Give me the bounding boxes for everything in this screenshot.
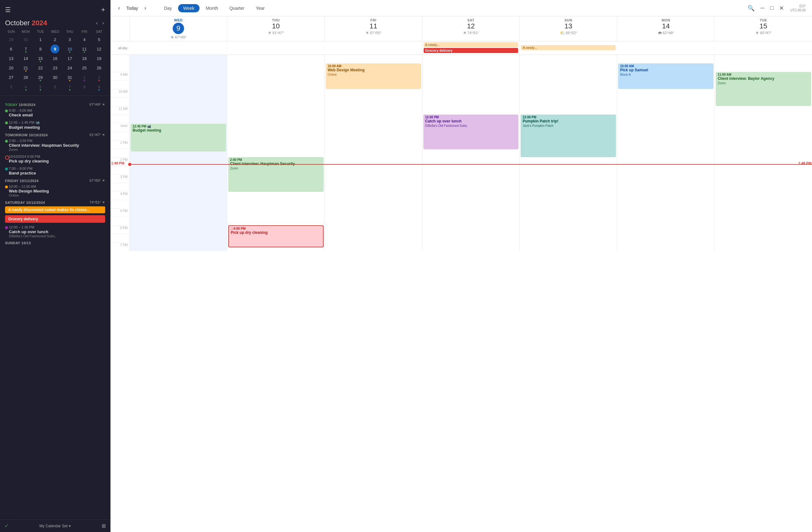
list-item[interactable]: 12:00 – 1:30 PM Catch up over lunch DiBe…	[5, 225, 105, 238]
mini-cal-day[interactable]: 30	[20, 35, 32, 44]
mini-cal-day[interactable]: 15	[35, 54, 46, 63]
allday-cell-sun: A newly...	[519, 44, 617, 52]
mini-cal-day[interactable]: 28	[20, 73, 32, 82]
sidebar-divider	[0, 95, 110, 95]
day-header-sat: SAT 12 ☀74°/51°	[422, 16, 520, 41]
grocery-event-bar[interactable]: Grocery delivery	[5, 215, 105, 223]
pick-up-dry-cleaning-event[interactable]: □ 6:00 PM Pick up dry cleaning	[228, 225, 323, 247]
mini-cal-today[interactable]: 9	[50, 44, 59, 53]
list-item[interactable]: 10/10/2024 6:00 PM Pick up dry cleaning	[5, 154, 105, 163]
pick-up-samuel-event[interactable]: 10:00 AM Pick up Samuel Block A	[618, 63, 713, 89]
mini-cal-day[interactable]: 27	[5, 73, 17, 82]
tab-quarter[interactable]: Quarter	[224, 4, 249, 12]
prev-week-button[interactable]: ‹	[117, 3, 121, 13]
mini-cal-day[interactable]: 16	[49, 54, 61, 63]
mini-calendar-header: October 2024 ‹ ›	[0, 17, 110, 28]
mini-cal-day[interactable]: 19	[93, 54, 105, 63]
client-interview-baylor-event[interactable]: 11:00 AM Client interview: Baylor Agency…	[716, 72, 811, 106]
comet-allday-event[interactable]: A newly...	[424, 42, 518, 47]
maximize-icon[interactable]: □	[769, 3, 775, 13]
mini-cal-day[interactable]: 20	[5, 63, 17, 72]
mini-cal-day[interactable]: 17	[64, 54, 75, 63]
saturday-section-header: SATURDAY 10/12/2024 74°/51° ☀	[5, 201, 105, 205]
sidebar-footer: ✓ My Calendar Set ▾ ⊞	[0, 519, 110, 532]
today-button[interactable]: Today	[126, 6, 138, 11]
comet-event-bar[interactable]: A newly discovered comet makes its close…	[5, 206, 105, 213]
mini-cal-day[interactable]: 3	[5, 82, 17, 91]
budget-meeting-event[interactable]: 12:45 PM 📹 Budget meeting	[131, 124, 226, 151]
day-header-sun: SUN 13 ⛅66°/52°	[519, 16, 617, 41]
list-item[interactable]: 7:00 – 8:00 PM Band practice	[5, 167, 105, 175]
minimize-icon[interactable]: ─	[759, 3, 766, 13]
time-grid-container: 9 AM 10 AM 11 AM noon 1 PM 2 PM 3 PM 4 P…	[111, 55, 812, 532]
day-header-mon: MON 14 🌧62°/48°	[617, 16, 714, 41]
mini-cal-day[interactable]: 29	[5, 35, 17, 44]
mini-cal-day[interactable]: 9	[93, 82, 105, 91]
list-item[interactable]: 12:45 – 1:45 PM 📹 Budget meeting	[5, 120, 105, 130]
grid-view-icon[interactable]: ⊞	[102, 523, 106, 529]
mini-cal-day[interactable]: 1	[78, 73, 90, 82]
day-col-mon: 10:00 AM Pick up Samuel Block A	[617, 55, 714, 251]
mini-cal-day[interactable]: 11	[78, 44, 90, 53]
mini-cal-day[interactable]: 26	[93, 63, 105, 72]
timezone-info: EDT UTC-05:00	[790, 4, 806, 12]
mini-cal-day[interactable]: 3	[64, 35, 75, 44]
tab-day[interactable]: Day	[159, 4, 177, 12]
close-icon[interactable]: ✕	[778, 3, 785, 13]
new-event-icon[interactable]: +	[101, 6, 105, 14]
mini-cal-day[interactable]: 25	[78, 63, 90, 72]
check-icon: ✓	[4, 523, 9, 529]
tab-week[interactable]: Week	[178, 4, 200, 12]
topnav-icons: 🔍 ─ □ ✕	[746, 3, 785, 13]
mini-cal-day[interactable]: 7	[64, 82, 75, 91]
mini-cal-day[interactable]: 6	[49, 82, 61, 91]
mini-cal-day[interactable]: 8	[78, 82, 90, 91]
mini-cal-day[interactable]: 30	[49, 73, 61, 82]
list-item[interactable]: 10:00 – 11:00 AM Web Design Meeting Onli…	[5, 184, 105, 197]
mini-cal-day[interactable]: 31	[64, 73, 75, 82]
mini-cal-day[interactable]: 12	[93, 44, 105, 53]
mini-cal-prev[interactable]: ‹	[95, 19, 99, 27]
mini-cal-day[interactable]: 2	[93, 73, 105, 82]
hamburger-icon[interactable]: ☰	[5, 6, 11, 14]
mini-cal-day[interactable]: 29	[35, 73, 46, 82]
list-item[interactable]: 8:00 – 9:00 AM Check email	[5, 108, 105, 117]
sunday-section-header: SUNDAY 10/13	[5, 241, 105, 245]
list-item[interactable]: 2:00 – 3:30 PM Client interview: Hauptma…	[5, 139, 105, 151]
mini-cal-day[interactable]: 18	[78, 54, 90, 63]
mini-cal-day[interactable]: 23	[49, 63, 61, 72]
event-list: TODAY 10/9/2024 67°/49° ☀ 8:00 – 9:00 AM…	[0, 97, 110, 519]
tab-year[interactable]: Year	[251, 4, 270, 12]
mini-cal-day[interactable]: 5	[35, 82, 46, 91]
mini-cal-next[interactable]: ›	[101, 19, 105, 27]
sidebar-header: ☰ +	[0, 0, 110, 17]
mini-calendar: SUN MON TUE WED THU FRI SAT 29 30 1 2 3 …	[0, 28, 110, 94]
dropdown-icon[interactable]: ▾	[69, 524, 71, 528]
mini-cal-day[interactable]: 2	[49, 35, 61, 44]
mini-cal-day[interactable]: 13	[5, 54, 17, 63]
mini-cal-day[interactable]: 8	[35, 44, 46, 53]
pumpkin-patch-event[interactable]: 12:00 PM Pumpkin Patch trip! Jack's Pump…	[521, 115, 616, 157]
web-design-meeting-event[interactable]: 10:00 AM Web Design Meeting Online	[326, 63, 421, 89]
mini-cal-day[interactable]: 24	[64, 63, 75, 72]
mini-cal-day[interactable]: 4	[78, 35, 90, 44]
day-col-sun: 12:00 PM Pumpkin Patch trip! Jack's Pump…	[519, 55, 617, 251]
catch-up-lunch-sat-event[interactable]: 12:00 PM Catch up over lunch DiBella's O…	[423, 115, 519, 149]
mini-cal-day[interactable]: 5	[93, 35, 105, 44]
comet-sun-allday-event[interactable]: A newly...	[521, 45, 615, 50]
allday-label: all-day	[111, 46, 129, 50]
next-week-button[interactable]: ›	[143, 3, 147, 13]
mini-cal-day[interactable]: 6	[5, 44, 17, 53]
mini-cal-day[interactable]: 14	[20, 54, 32, 63]
mini-cal-day[interactable]: 7	[20, 44, 32, 53]
day-col-wed: 12:45 PM 📹 Budget meeting	[129, 55, 227, 251]
mini-cal-day[interactable]: 1	[35, 35, 46, 44]
search-icon[interactable]: 🔍	[746, 3, 756, 13]
mini-cal-day[interactable]: 4	[20, 82, 32, 91]
mini-cal-day[interactable]: 22	[35, 63, 46, 72]
mini-cal-day[interactable]: 21	[20, 63, 32, 72]
mini-cal-day[interactable]: 10	[64, 44, 75, 53]
client-interview-hauptman-event[interactable]: 2:00 PM Client interview: Hauptman Secur…	[228, 157, 323, 192]
grocery-allday-event[interactable]: Grocery delivery	[424, 48, 518, 53]
tab-month[interactable]: Month	[201, 4, 223, 12]
